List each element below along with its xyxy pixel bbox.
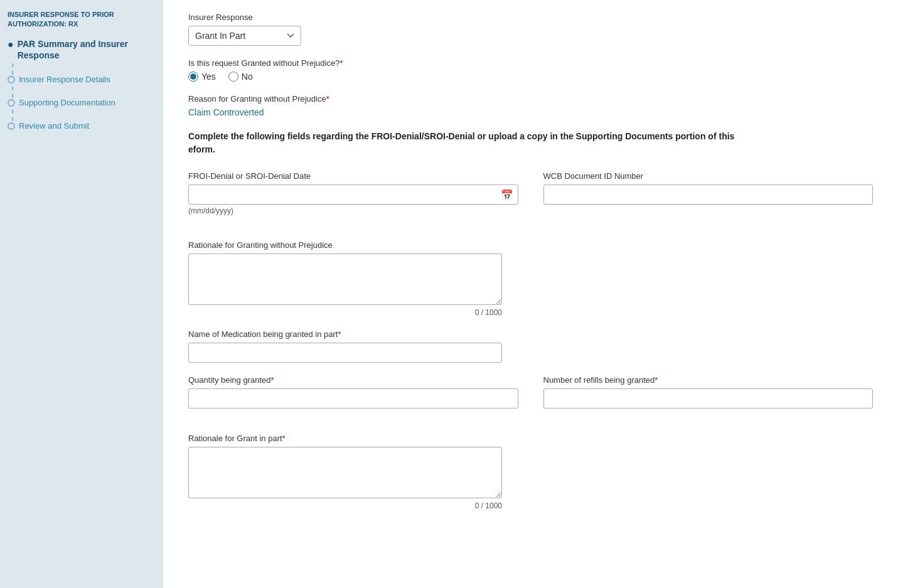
quantity-group: Quantity being granted* — [188, 375, 518, 409]
froi-denial-date-input[interactable] — [188, 184, 518, 205]
radio-no-text: No — [242, 72, 253, 82]
froi-denial-date-label: FROI-Denial or SROI-Denial Date — [188, 171, 518, 181]
refills-group: Number of refills being granted* — [543, 375, 874, 409]
sidebar-item-label-par-summary: PAR Summary and Insurer Response — [18, 38, 156, 61]
insurer-response-field-group: Insurer Response Grant In Part Grant Den… — [188, 13, 873, 46]
two-col-row-1: FROI-Denial or SROI-Denial Date 📅 (mm/dd… — [188, 171, 873, 228]
reason-label: Reason for Granting without Prejudice* — [188, 94, 873, 104]
wcb-document-id-label: WCB Document ID Number — [543, 171, 874, 181]
medication-name-group: Name of Medication being granted in part… — [188, 329, 873, 363]
sidebar-header: INSURER RESPONSE TO PRIOR AUTHORIZATION:… — [8, 10, 156, 29]
connector-3 — [12, 110, 13, 121]
wcb-document-id-input[interactable] — [543, 184, 874, 205]
granted-prejudice-label: Is this request Granted without Prejudic… — [188, 58, 873, 68]
radio-no-input[interactable] — [228, 72, 238, 82]
reason-field-group: Reason for Granting without Prejudice* C… — [188, 94, 873, 117]
circle-icon-2 — [8, 99, 15, 107]
radio-yes-text: Yes — [201, 72, 216, 82]
sidebar-item-supporting-documentation[interactable]: Supporting Documentation — [8, 98, 156, 107]
circle-icon-1 — [8, 76, 15, 83]
froi-date-hint: (mm/dd/yyyy) — [188, 206, 518, 215]
insurer-response-dropdown[interactable]: Grant In Part Grant Deny Pend — [188, 26, 301, 46]
connector-1 — [12, 63, 13, 75]
reason-value: Claim Controverted — [188, 107, 873, 117]
sidebar: INSURER RESPONSE TO PRIOR AUTHORIZATION:… — [0, 0, 163, 588]
radio-no-label[interactable]: No — [228, 72, 253, 82]
circle-icon-3 — [8, 122, 15, 130]
two-col-row-2: Quantity being granted* Number of refill… — [188, 375, 873, 421]
froi-denial-date-group: FROI-Denial or SROI-Denial Date 📅 (mm/dd… — [188, 171, 518, 215]
form-section: Insurer Response Grant In Part Grant Den… — [188, 13, 873, 510]
rationale-grant-part-textarea[interactable] — [188, 447, 502, 498]
medication-name-label: Name of Medication being granted in part… — [188, 329, 873, 339]
rationale-grant-part-char-count: 0 / 1000 — [188, 501, 502, 510]
rationale-granting-label: Rationale for Granting without Prejudice — [188, 240, 873, 250]
froi-date-input-wrapper: 📅 — [188, 184, 518, 205]
active-bullet-icon: ● — [8, 38, 14, 50]
refills-input[interactable] — [543, 388, 874, 409]
granted-prejudice-field-group: Is this request Granted without Prejudic… — [188, 58, 873, 82]
rationale-grant-part-textarea-wrapper — [188, 447, 873, 500]
sidebar-item-insurer-response-details[interactable]: Insurer Response Details — [8, 75, 156, 84]
sidebar-item-par-summary[interactable]: ● PAR Summary and Insurer Response — [8, 38, 156, 61]
sidebar-item-label-review-submit: Review and Submit — [19, 121, 89, 131]
sidebar-item-label-insurer-response: Insurer Response Details — [19, 75, 110, 84]
sidebar-item-label-supporting-doc: Supporting Documentation — [19, 98, 115, 107]
radio-yes-input[interactable] — [188, 72, 198, 82]
main-content: Insurer Response Grant In Part Grant Den… — [163, 0, 898, 588]
rationale-granting-group: Rationale for Granting without Prejudice… — [188, 240, 873, 317]
rationale-grant-part-group: Rationale for Grant in part* 0 / 1000 — [188, 434, 873, 510]
radio-yes-label[interactable]: Yes — [188, 72, 216, 82]
insurer-response-label: Insurer Response — [188, 13, 873, 22]
wcb-document-id-group: WCB Document ID Number — [543, 171, 874, 215]
rationale-grant-part-label: Rationale for Grant in part* — [188, 434, 873, 443]
refills-label: Number of refills being granted* — [543, 375, 874, 385]
quantity-label: Quantity being granted* — [188, 375, 518, 385]
info-block: Complete the following fields regarding … — [188, 130, 753, 156]
medication-name-input[interactable] — [188, 343, 502, 363]
radio-group-prejudice: Yes No — [188, 72, 873, 82]
quantity-input[interactable] — [188, 388, 518, 409]
sidebar-item-review-submit[interactable]: Review and Submit — [8, 121, 156, 131]
rationale-granting-textarea[interactable] — [188, 254, 502, 305]
rationale-granting-char-count: 0 / 1000 — [188, 308, 502, 317]
rationale-granting-textarea-wrapper — [188, 254, 873, 307]
connector-2 — [12, 87, 13, 98]
